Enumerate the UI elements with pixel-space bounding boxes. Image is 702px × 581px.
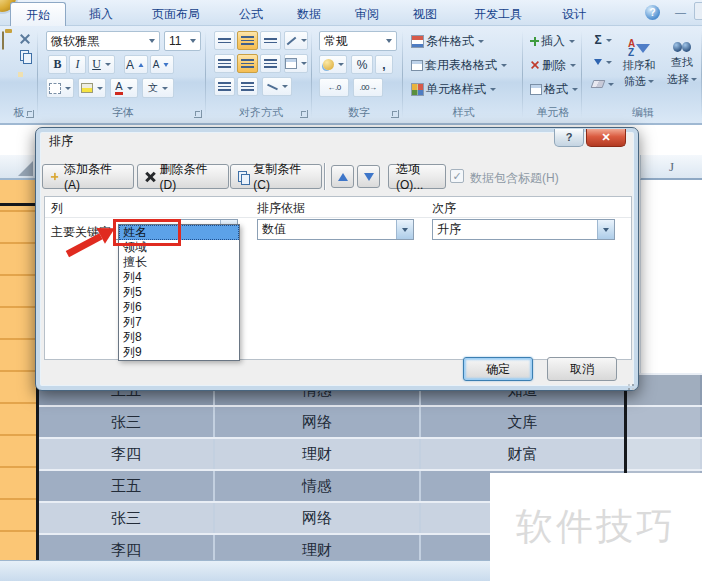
wrap-text-button[interactable]: [262, 77, 292, 96]
cell-field[interactable]: 网络: [213, 407, 419, 437]
conditional-formatting-button[interactable]: 条件格式: [408, 31, 487, 51]
tab-page-layout[interactable]: 页面布局: [134, 3, 218, 26]
format-cells-button[interactable]: 格式: [528, 79, 580, 99]
dialog-help-button[interactable]: ?: [554, 129, 584, 147]
align-center-button[interactable]: [237, 54, 258, 73]
align-bottom-button[interactable]: [260, 31, 281, 50]
delete-cells-button[interactable]: 删除: [528, 55, 578, 75]
accounting-format-button[interactable]: [319, 55, 347, 74]
align-middle-button[interactable]: [237, 31, 258, 50]
cell-name[interactable]: 张三: [39, 503, 213, 533]
dropdown-item[interactable]: 擅长: [119, 255, 239, 270]
order-dropdown-button[interactable]: [597, 220, 614, 239]
tab-review[interactable]: 审阅: [342, 3, 392, 26]
percent-style-button[interactable]: %: [351, 55, 373, 74]
dropdown-item[interactable]: 列7: [119, 315, 239, 330]
delete-condition-button[interactable]: 删除条件(D): [137, 164, 229, 189]
comma-style-button[interactable]: ,: [375, 55, 393, 74]
sort-filter-button[interactable]: AZ 排序和 筛选: [618, 31, 660, 97]
cell-field[interactable]: 情感: [213, 471, 419, 501]
move-down-button[interactable]: [357, 165, 380, 188]
align-left-icon: [218, 59, 231, 68]
format-as-table-button[interactable]: 套用表格格式: [408, 55, 510, 75]
table-row[interactable]: 李四 理财 财富: [39, 437, 702, 469]
copy-condition-button[interactable]: 复制条件(C): [230, 164, 322, 189]
paste-icon[interactable]: [2, 32, 4, 50]
ok-button[interactable]: 确定: [463, 357, 533, 381]
clipboard-dialog-launcher-icon[interactable]: [26, 110, 34, 118]
sort-on-combo[interactable]: 数值: [257, 219, 414, 240]
cell-field[interactable]: 网络: [213, 503, 419, 533]
grow-font-button[interactable]: A: [124, 55, 148, 74]
panel-divider: [45, 217, 631, 218]
orientation-button[interactable]: [284, 31, 308, 50]
tab-view[interactable]: 视图: [400, 3, 450, 26]
help-icon[interactable]: ?: [645, 5, 660, 20]
tab-design[interactable]: 设计: [548, 3, 600, 26]
decrease-decimal-button[interactable]: .00→: [353, 78, 383, 97]
dialog-close-button[interactable]: ✕: [586, 129, 626, 147]
cell-field[interactable]: 理财: [213, 439, 419, 469]
select-all-corner[interactable]: [0, 155, 35, 180]
column-a-highlighted[interactable]: [0, 180, 36, 561]
sort-on-dropdown-button[interactable]: [396, 220, 413, 239]
column-j-gridline: [640, 180, 641, 390]
align-top-button[interactable]: [214, 31, 235, 50]
font-dialog-launcher-icon[interactable]: [194, 110, 202, 118]
minimize-icon[interactable]: —: [675, 8, 686, 19]
cell-extra[interactable]: [624, 439, 700, 469]
tab-developer[interactable]: 开发工具: [458, 3, 538, 26]
cell-name[interactable]: 李四: [39, 439, 213, 469]
cancel-button[interactable]: 取消: [547, 357, 617, 381]
phonetic-guide-button[interactable]: 文: [142, 78, 174, 98]
fill-color-button[interactable]: [78, 78, 106, 98]
align-left-button[interactable]: [214, 54, 235, 73]
cell-product[interactable]: 财富: [419, 439, 624, 469]
italic-button[interactable]: I: [69, 55, 86, 74]
find-select-button[interactable]: 查找 选择: [662, 31, 702, 97]
cell-name[interactable]: 王五: [39, 471, 213, 501]
bold-button[interactable]: B: [48, 55, 67, 74]
borders-button[interactable]: [46, 78, 74, 98]
cell-name[interactable]: 张三: [39, 407, 213, 437]
table-row[interactable]: 张三 网络 文库: [39, 405, 702, 437]
autosum-button[interactable]: Σ: [590, 31, 616, 49]
fill-button[interactable]: [590, 53, 616, 71]
merge-center-button[interactable]: [284, 54, 308, 73]
options-button[interactable]: 选项(O)...: [388, 164, 446, 189]
number-format-combo[interactable]: 常规: [319, 31, 397, 51]
tab-formulas[interactable]: 公式: [226, 3, 276, 26]
tab-data[interactable]: 数据: [284, 3, 334, 26]
increase-decimal-button[interactable]: ←.0: [319, 78, 349, 97]
clear-button[interactable]: [590, 75, 616, 93]
align-right-button[interactable]: [260, 54, 281, 73]
header-checkbox[interactable]: ✓: [450, 169, 464, 183]
decrease-indent-button[interactable]: [214, 77, 235, 96]
cell-product[interactable]: 文库: [419, 407, 624, 437]
dropdown-item[interactable]: 列9: [119, 345, 239, 360]
dropdown-item[interactable]: 列6: [119, 300, 239, 315]
increase-indent-button[interactable]: [237, 77, 258, 96]
dropdown-item[interactable]: 列4: [119, 270, 239, 285]
orientation-icon: [286, 36, 296, 45]
move-up-button[interactable]: [331, 165, 354, 188]
cell-styles-button[interactable]: 单元格样式: [408, 79, 499, 99]
column-header-j[interactable]: J: [640, 155, 702, 180]
dropdown-item[interactable]: 列8: [119, 330, 239, 345]
cell-extra[interactable]: [624, 407, 700, 437]
font-color-button[interactable]: A: [110, 78, 138, 98]
resize-grip[interactable]: [624, 376, 634, 386]
number-dialog-launcher-icon[interactable]: [391, 110, 399, 118]
dropdown-item[interactable]: 列5: [119, 285, 239, 300]
alignment-dialog-launcher-icon[interactable]: [300, 110, 308, 118]
shrink-font-button[interactable]: A: [150, 55, 174, 74]
order-combo[interactable]: 升序: [432, 219, 615, 240]
insert-cells-button[interactable]: 插入: [528, 31, 577, 51]
font-size-combo[interactable]: 11: [164, 31, 201, 51]
add-condition-button[interactable]: 添加条件(A): [42, 164, 134, 189]
tab-insert[interactable]: 插入: [76, 3, 126, 26]
tab-home[interactable]: 开始: [10, 2, 66, 26]
underline-button[interactable]: U: [88, 55, 115, 74]
watermark-box: 软件技巧: [490, 473, 702, 581]
font-name-combo[interactable]: 微软雅黑: [46, 31, 160, 51]
